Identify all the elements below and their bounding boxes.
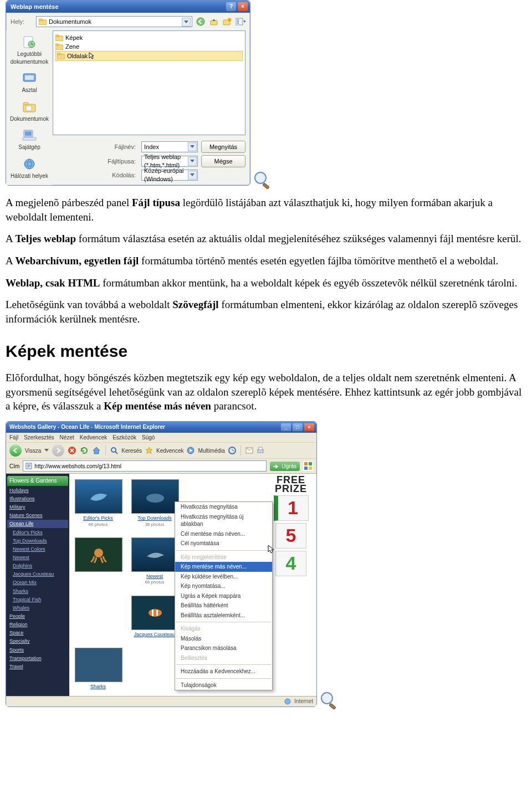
prize-number[interactable]: 5 <box>275 523 306 549</box>
mail-icon[interactable] <box>245 447 253 454</box>
dialog-titlebar[interactable]: Weblap mentése ? × <box>6 1 250 13</box>
ctx-item[interactable]: Kép nyomtatása... <box>175 581 272 591</box>
thumbnail[interactable] <box>75 537 121 586</box>
menu-item[interactable]: Fájl <box>9 434 18 442</box>
ie-titlebar[interactable]: Webshots Gallery - Ocean Life - Microsof… <box>6 422 316 433</box>
sidebar-header[interactable]: Flowers & Gardens <box>7 476 68 486</box>
magnifier-icon[interactable] <box>320 691 339 710</box>
search-icon[interactable] <box>110 447 118 454</box>
back-button[interactable] <box>9 444 22 457</box>
back-nav-icon[interactable] <box>196 17 206 27</box>
search-label[interactable]: Keresés <box>121 447 142 455</box>
place-documents[interactable]: Dokumentumok <box>9 98 50 125</box>
help-button[interactable]: ? <box>226 2 236 11</box>
sidebar-item[interactable]: Holidays <box>7 487 68 494</box>
list-item[interactable]: Zene <box>55 42 243 51</box>
sidebar-item[interactable]: Space <box>7 629 68 637</box>
sidebar-item[interactable]: Travel <box>7 663 68 670</box>
thumbnail[interactable]: Top Downloads 38 photos <box>131 479 178 528</box>
maximize-button[interactable]: □ <box>293 423 303 431</box>
sidebar-item[interactable]: Sports <box>7 646 68 654</box>
media-icon[interactable] <box>187 447 195 454</box>
up-folder-icon[interactable] <box>209 17 219 27</box>
place-desktop[interactable]: Asztal <box>9 69 50 96</box>
chevron-down-icon[interactable] <box>188 142 197 151</box>
prize-number[interactable]: 4 <box>275 551 306 576</box>
history-icon[interactable] <box>228 447 236 454</box>
sidebar-category[interactable]: Ocean Life <box>7 520 68 528</box>
sidebar-item[interactable]: Newest Colors <box>7 545 68 553</box>
ctx-item[interactable]: Parancsikon másolása <box>175 643 272 653</box>
favorites-icon[interactable] <box>145 447 153 454</box>
menu-item[interactable]: Súgó <box>142 434 155 442</box>
ctx-item[interactable]: Tulajdonságok <box>175 680 272 690</box>
menu-item[interactable]: Eszközök <box>112 434 136 442</box>
close-button[interactable]: × <box>304 423 314 431</box>
file-list[interactable]: Képek Zene Oldalak <box>53 30 245 135</box>
sidebar-item[interactable]: Sharks <box>7 587 68 595</box>
sidebar-item[interactable]: Dolphins <box>7 562 68 570</box>
sidebar-item[interactable]: Newest <box>7 554 68 561</box>
sidebar-item[interactable]: Ocean Mix <box>7 578 68 586</box>
location-combo[interactable]: Dokumentumok <box>36 16 192 27</box>
ctx-item[interactable]: Cél nyomtatása <box>175 539 272 549</box>
sidebar-item[interactable]: Illustrations <box>7 495 68 503</box>
refresh-icon[interactable] <box>80 446 89 455</box>
views-icon[interactable] <box>236 17 245 27</box>
sidebar-item[interactable]: Tropical Fish <box>7 596 68 603</box>
thumbnail[interactable]: Newest 68 photos <box>131 537 178 586</box>
filename-input[interactable]: Index <box>141 141 198 152</box>
ctx-item[interactable]: Másolás <box>175 634 272 644</box>
forward-button[interactable] <box>52 444 64 457</box>
ctx-item[interactable]: Beállítás asztalelemként... <box>175 611 272 621</box>
menu-item[interactable]: Kedvencek <box>80 434 107 442</box>
ctx-item[interactable]: Hozzáadás a Kedvencekhez... <box>175 667 272 677</box>
menu-item[interactable]: Nézet <box>60 434 74 442</box>
sidebar-item[interactable]: Editor's Picks <box>7 529 68 536</box>
magnifier-icon[interactable] <box>253 171 272 190</box>
close-button[interactable]: × <box>238 2 248 11</box>
encoding-select[interactable]: Közép-európai (Windows) <box>141 170 198 181</box>
print-icon[interactable] <box>257 447 264 454</box>
sidebar-item[interactable]: Specialty <box>7 637 68 645</box>
home-icon[interactable] <box>92 446 101 455</box>
sidebar-item[interactable]: Jacques Cousteau <box>7 570 68 578</box>
back-label[interactable]: Vissza <box>25 447 41 455</box>
chevron-down-icon[interactable] <box>44 449 49 452</box>
new-folder-icon[interactable] <box>222 17 232 27</box>
go-button[interactable]: Ugrás <box>270 462 300 472</box>
ctx-item[interactable]: Ugrás a Képek mappára <box>175 591 272 601</box>
menu-item[interactable]: Szerkesztés <box>24 434 54 442</box>
media-label[interactable]: Multimédia <box>198 447 224 455</box>
sidebar-item[interactable]: Top Downloads <box>7 537 68 545</box>
place-mycomputer[interactable]: Sajátgép <box>9 126 50 153</box>
place-network[interactable]: Hálózati helyek <box>9 155 50 182</box>
ctx-item[interactable]: Hivatkozás megnyitása új ablakban <box>175 512 272 529</box>
chevron-down-icon[interactable] <box>182 18 191 27</box>
favorites-label[interactable]: Kedvencek <box>156 447 183 455</box>
sidebar-item[interactable]: Military <box>7 503 68 511</box>
list-item[interactable]: Oldalak <box>55 51 243 61</box>
thumbnail[interactable]: Sharks <box>75 648 121 690</box>
chevron-down-icon[interactable] <box>188 157 197 166</box>
sidebar-item[interactable]: Whales <box>7 604 68 612</box>
ctx-item[interactable]: Kép küldése levélben... <box>175 572 272 582</box>
ctx-item[interactable]: Hivatkozás megnyitása <box>175 502 272 512</box>
stop-icon[interactable] <box>68 446 76 455</box>
thumbnail[interactable]: Jacques Cousteau <box>131 596 178 638</box>
minimize-button[interactable]: _ <box>281 423 291 431</box>
ctx-item[interactable]: Beállítás háttérként <box>175 601 272 611</box>
open-button[interactable]: Megnyitás <box>201 141 245 153</box>
ctx-item[interactable]: Cél mentése más néven... <box>175 529 272 539</box>
url-input[interactable]: http://www.webshots.com/g/13.html <box>23 460 266 472</box>
place-recent[interactable]: Legutóbbi dokumentumok <box>9 33 50 68</box>
ctx-item-save-image-as[interactable]: Kép mentése más néven... <box>175 562 272 572</box>
sidebar-item[interactable]: People <box>7 612 68 620</box>
prize-number[interactable]: 1 <box>274 495 309 521</box>
list-item[interactable]: Képek <box>55 33 243 42</box>
cancel-button[interactable]: Mégse <box>201 155 245 167</box>
filetype-select[interactable]: Teljes weblap (*.htm,*.html) <box>141 156 198 167</box>
chevron-down-icon[interactable] <box>188 171 197 180</box>
sidebar-item[interactable]: Transportation <box>7 654 68 662</box>
sidebar-item[interactable]: Religion <box>7 621 68 628</box>
